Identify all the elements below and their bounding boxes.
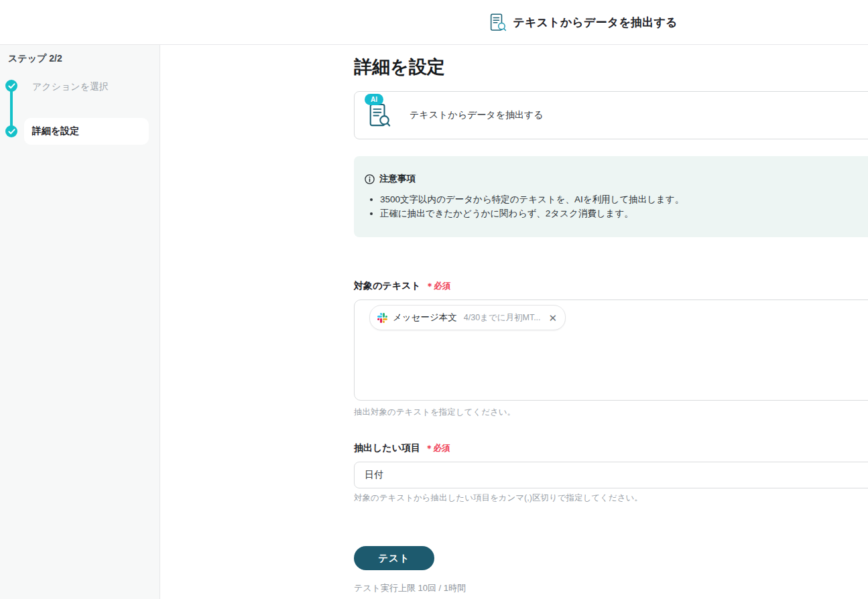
target-text-label-row: 対象のテキスト ＊必須 (354, 280, 868, 292)
selected-action-card: AI テキストからデータを抽出する (354, 91, 868, 139)
target-text-label: 対象のテキスト (354, 280, 421, 291)
items-helper: 対象のテキストから抽出したい項目をカンマ(,)区切りで指定してください。 (354, 493, 868, 503)
info-icon (365, 174, 375, 184)
items-input[interactable] (354, 462, 868, 488)
sidebar-step-configure-details[interactable]: 詳細を設定 (24, 118, 149, 145)
top-header: テキストからデータを抽出する (0, 0, 868, 45)
step-counter: ステップ 2/2 (8, 53, 62, 65)
step-sidebar: ステップ 2/2 アクションを選択 詳細を設定 (0, 45, 160, 599)
token-field-name: メッセージ本文 (393, 312, 457, 324)
form-content: 詳細を設定 AI テキストからデータを抽出する (354, 45, 868, 594)
sidebar-step-label: 詳細を設定 (32, 125, 79, 137)
target-text-input[interactable]: メッセージ本文 4/30までに月初MT... ✕ (354, 300, 868, 401)
items-label: 抽出したい項目 (354, 442, 420, 454)
check-icon (8, 83, 15, 89)
notice-box: 注意事項 3500文字以内のデータから特定のテキストを、AIを利用して抽出します… (354, 156, 868, 237)
notice-title-row: 注意事項 (365, 173, 868, 185)
test-limit-note: テスト実行上限 10回 / 1時間 (354, 582, 868, 594)
required-badge: ＊必須 (426, 281, 451, 292)
check-icon (8, 129, 15, 135)
required-badge: ＊必須 (425, 443, 450, 454)
page-title: 詳細を設定 (354, 56, 868, 78)
slack-message-token[interactable]: メッセージ本文 4/30までに月初MT... ✕ (369, 305, 566, 330)
notice-title: 注意事項 (379, 173, 416, 185)
slack-icon (377, 313, 387, 323)
stepper-connector (10, 86, 13, 131)
header-title-group: テキストからデータを抽出する (160, 0, 868, 44)
target-text-helper: 抽出対象のテキストを指定してください。 (354, 407, 868, 417)
app-window: テキストからデータを抽出する ステップ 2/2 アクションを選択 詳細を設定 (0, 0, 868, 599)
document-search-icon (490, 13, 507, 31)
step2-check-circle (5, 125, 17, 137)
notice-item: 3500文字以内のデータから特定のテキストを、AIを利用して抽出します。 (380, 192, 868, 206)
items-label-row: 抽出したい項目 ＊必須 (354, 442, 868, 454)
selected-action-label: テキストからデータを抽出する (410, 109, 544, 121)
sidebar-step-select-action[interactable]: アクションを選択 (32, 81, 109, 93)
header-title: テキストからデータを抽出する (513, 15, 677, 30)
close-icon[interactable]: ✕ (549, 313, 558, 323)
step1-check-circle (5, 80, 17, 92)
document-search-icon: AI (369, 101, 391, 129)
notice-item: 正確に抽出できたかどうかに関わらず、2タスク消費します。 (380, 206, 868, 220)
token-value-preview: 4/30までに月初MT... (464, 312, 541, 324)
main-panel: 詳細を設定 AI テキストからデータを抽出する (160, 45, 868, 599)
notice-list: 3500文字以内のデータから特定のテキストを、AIを利用して抽出します。 正確に… (365, 192, 868, 220)
ai-badge: AI (365, 94, 383, 105)
test-button[interactable]: テスト (354, 546, 434, 570)
